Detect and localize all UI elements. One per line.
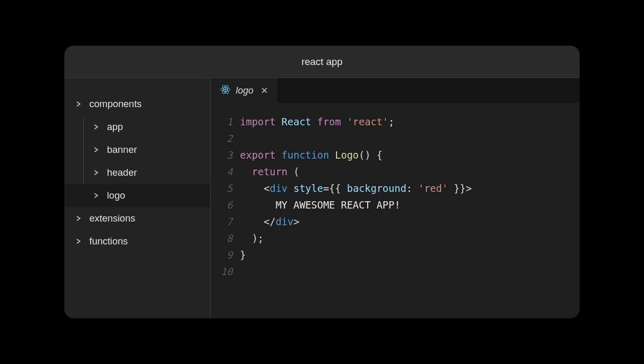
code-line[interactable]: ); <box>240 230 580 246</box>
line-gutter: 12345678910 <box>211 113 240 318</box>
tab-label: logo <box>236 85 253 96</box>
line-number: 5 <box>211 180 233 197</box>
code-line[interactable]: export function Logo() { <box>240 147 580 163</box>
editor-window: react app components app <box>64 46 580 318</box>
chevron-right-icon <box>76 239 84 244</box>
tab-bar: logo ✕ <box>211 78 580 103</box>
code-line[interactable] <box>240 130 580 147</box>
tree-item-banner[interactable]: banner <box>64 138 210 161</box>
line-number: 1 <box>211 113 233 130</box>
line-number: 4 <box>211 163 233 180</box>
close-icon[interactable]: ✕ <box>261 85 268 96</box>
tree-item-app[interactable]: app <box>64 115 210 138</box>
tree-item-logo[interactable]: logo <box>64 184 210 207</box>
chevron-right-icon <box>76 101 84 107</box>
tree-item-header[interactable]: header <box>64 161 210 184</box>
chevron-right-icon <box>93 193 102 198</box>
code-line[interactable]: import React from 'react'; <box>240 113 580 130</box>
line-number: 3 <box>211 147 233 163</box>
line-number: 2 <box>211 130 233 147</box>
line-number: 6 <box>211 197 233 213</box>
tree-item-label: functions <box>89 236 128 247</box>
code-line[interactable]: </div> <box>240 213 580 230</box>
tab-logo[interactable]: logo ✕ <box>211 78 278 103</box>
tree-item-label: extensions <box>89 213 135 224</box>
editor-pane: logo ✕ 12345678910 import React from 're… <box>211 78 580 318</box>
tree-item-label: app <box>107 121 123 133</box>
tree-item-label: header <box>107 167 137 178</box>
tree-item-functions[interactable]: functions <box>64 230 210 253</box>
line-number: 8 <box>211 230 233 246</box>
line-number: 9 <box>211 246 233 263</box>
tree-item-label: banner <box>107 144 137 155</box>
tree-children-components: app banner header <box>64 115 210 207</box>
file-tree-sidebar: components app banner <box>64 78 211 318</box>
window-title: react app <box>301 56 342 68</box>
window-body: components app banner <box>64 78 580 318</box>
titlebar: react app <box>64 46 580 78</box>
svg-point-0 <box>224 88 226 90</box>
chevron-right-icon <box>93 147 102 152</box>
chevron-right-icon <box>93 170 102 175</box>
code-line[interactable] <box>240 263 580 280</box>
chevron-right-icon <box>93 124 102 129</box>
code-area[interactable]: 12345678910 import React from 'react'; e… <box>211 103 580 318</box>
code-line[interactable]: <div style={{ background: 'red' }}> <box>240 180 580 197</box>
code-content[interactable]: import React from 'react'; export functi… <box>240 113 580 318</box>
code-line[interactable]: MY AWESOME REACT APP! <box>240 197 580 213</box>
chevron-right-icon <box>76 216 84 221</box>
tree-item-extensions[interactable]: extensions <box>64 207 210 230</box>
tree-item-label: logo <box>107 190 125 201</box>
react-icon <box>220 84 231 97</box>
tree-item-label: components <box>89 98 142 110</box>
code-line[interactable]: return ( <box>240 163 580 180</box>
code-line[interactable]: } <box>240 246 580 263</box>
line-number: 7 <box>211 213 233 230</box>
line-number: 10 <box>211 263 233 280</box>
tree-item-components[interactable]: components <box>64 93 210 115</box>
